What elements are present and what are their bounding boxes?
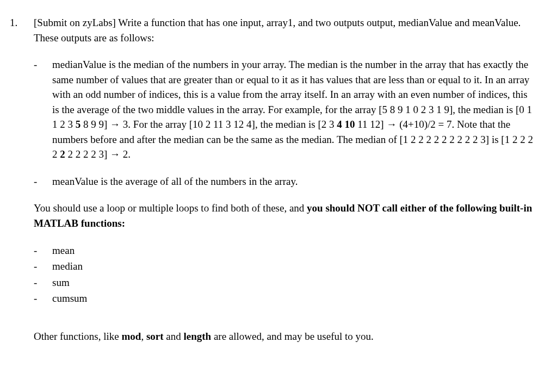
bullet-dash: - bbox=[34, 259, 52, 274]
mean-description: meanValue is the average of all of the n… bbox=[52, 174, 298, 189]
text-run: 2 2 2 2 3] → 2. bbox=[65, 148, 131, 160]
question-block: 1. [Submit on zyLabs] Write a function t… bbox=[10, 15, 536, 344]
forbidden-item: median bbox=[52, 259, 83, 274]
bullet-dash: - bbox=[34, 174, 52, 189]
bullet-dash: - bbox=[34, 243, 52, 258]
bold-run: length bbox=[183, 331, 211, 342]
list-item: - medianValue is the median of the numbe… bbox=[34, 57, 536, 162]
list-item: - median bbox=[34, 259, 536, 274]
bold-run: 4 10 bbox=[337, 119, 355, 130]
text-run: and bbox=[164, 331, 184, 342]
text-run: You should use a loop or multiple loops … bbox=[34, 202, 307, 214]
bold-run: sort bbox=[146, 331, 164, 342]
text-run: Other functions, like bbox=[34, 331, 121, 342]
text-run: 8 9 9] → 3. For the array [10 2 11 3 12 … bbox=[81, 119, 337, 130]
median-description: medianValue is the median of the numbers… bbox=[52, 57, 536, 162]
bold-run: mod bbox=[121, 331, 141, 342]
list-item: - meanValue is the average of all of the… bbox=[34, 174, 536, 189]
forbidden-item: mean bbox=[52, 243, 75, 258]
list-item: - mean bbox=[34, 243, 536, 258]
closing-paragraph: Other functions, like mod, sort and leng… bbox=[34, 329, 536, 344]
forbidden-item: sum bbox=[52, 275, 70, 290]
bullet-dash: - bbox=[34, 291, 52, 306]
question-intro: [Submit on zyLabs] Write a function that… bbox=[34, 15, 536, 45]
description-list: - meanValue is the average of all of the… bbox=[34, 174, 536, 189]
question-body: [Submit on zyLabs] Write a function that… bbox=[34, 15, 536, 344]
description-list: - medianValue is the median of the numbe… bbox=[34, 57, 536, 162]
bold-run: 2 bbox=[60, 148, 65, 160]
forbidden-list: - mean - median - sum - cumsum bbox=[34, 243, 536, 306]
instruction-paragraph: You should use a loop or multiple loops … bbox=[34, 201, 536, 231]
list-item: - sum bbox=[34, 275, 536, 290]
bullet-dash: - bbox=[34, 57, 52, 72]
question-number: 1. bbox=[10, 15, 34, 30]
text-run: are allowed, and may be useful to you. bbox=[211, 331, 374, 342]
forbidden-item: cumsum bbox=[52, 291, 87, 306]
bullet-dash: - bbox=[34, 275, 52, 290]
list-item: - cumsum bbox=[34, 291, 536, 306]
text-run: , bbox=[141, 331, 146, 342]
bold-run: 5 bbox=[76, 119, 81, 130]
